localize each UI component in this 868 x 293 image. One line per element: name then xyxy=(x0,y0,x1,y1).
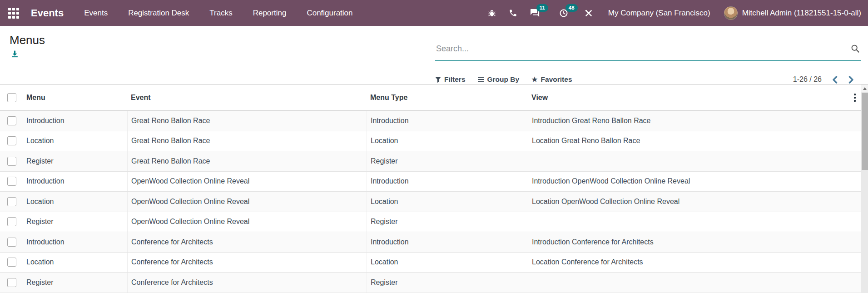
cell-event: OpenWood Collection Online Reveal xyxy=(127,172,367,192)
tools-icon[interactable] xyxy=(585,9,593,17)
row-checkbox[interactable] xyxy=(7,238,16,247)
row-check-cell xyxy=(0,131,22,151)
export-button[interactable] xyxy=(10,50,19,58)
messages-count-badge: 11 xyxy=(536,4,548,12)
page-title: Menus xyxy=(10,33,45,47)
cell-menu: Register xyxy=(22,212,127,232)
nav-item-tracks[interactable]: Tracks xyxy=(209,9,232,18)
table-row[interactable]: Introduction Great Reno Ballon Race Intr… xyxy=(0,111,868,131)
nav-item-events[interactable]: Events xyxy=(84,9,108,18)
select-all-checkbox[interactable] xyxy=(7,93,16,102)
cell-menu: Introduction xyxy=(22,232,127,252)
nav-item-configuration[interactable]: Configuration xyxy=(307,9,352,18)
optional-columns-kebab-icon[interactable] xyxy=(851,93,858,103)
cell-menu-type: Introduction xyxy=(367,232,528,252)
column-header-event[interactable]: Event xyxy=(127,84,367,110)
cell-event: Conference for Architects xyxy=(127,273,367,293)
row-checkbox[interactable] xyxy=(7,136,16,145)
pager-previous-button[interactable] xyxy=(832,76,838,84)
cell-menu-type: Location xyxy=(367,192,528,212)
phone-icon[interactable] xyxy=(509,9,517,17)
row-check-cell xyxy=(0,212,22,232)
top-navbar: Events Events Registration Desk Tracks R… xyxy=(0,0,868,26)
scrollbar-thumb[interactable] xyxy=(862,93,868,170)
table-row[interactable]: Location OpenWood Collection Online Reve… xyxy=(0,192,868,212)
row-checkbox[interactable] xyxy=(7,217,16,226)
cell-menu-type: Introduction xyxy=(367,172,528,192)
row-checkbox[interactable] xyxy=(7,157,16,166)
chevron-left-icon xyxy=(832,76,838,84)
nav-item-reporting[interactable]: Reporting xyxy=(253,9,287,18)
table-row[interactable]: Register Great Reno Ballon Race Register xyxy=(0,151,868,172)
events-menus-screen: Events Events Registration Desk Tracks R… xyxy=(0,0,868,293)
cell-menu: Register xyxy=(22,273,127,293)
column-header-view[interactable]: View xyxy=(528,84,848,110)
select-all-cell xyxy=(0,84,22,110)
list-header: Menu Event Menu Type View xyxy=(0,84,868,111)
cell-view: Introduction Great Reno Ballon Race xyxy=(528,111,848,131)
messages-icon[interactable]: 11 xyxy=(530,9,540,18)
group-by-label: Group By xyxy=(487,75,520,84)
row-check-cell xyxy=(0,151,22,171)
favorites-label: Favorites xyxy=(541,75,572,84)
row-checkbox[interactable] xyxy=(7,258,16,267)
row-checkbox[interactable] xyxy=(7,116,16,125)
list-body: Introduction Great Reno Ballon Race Intr… xyxy=(0,111,868,293)
cell-menu-type: Register xyxy=(367,273,528,293)
column-header-menu[interactable]: Menu xyxy=(22,84,127,110)
cell-event: OpenWood Collection Online Reveal xyxy=(127,212,367,232)
funnel-icon xyxy=(435,77,441,83)
table-row[interactable]: Location Great Reno Ballon Race Location… xyxy=(0,131,868,152)
row-check-cell xyxy=(0,253,22,273)
row-check-cell xyxy=(0,273,22,293)
cell-view: Introduction Conference for Architects xyxy=(528,232,848,252)
apps-menu-icon[interactable] xyxy=(7,7,20,20)
user-menu[interactable]: Mitchell Admin (11821551-15-0-all) xyxy=(742,9,861,18)
app-nav-menu: Events Registration Desk Tracks Reportin… xyxy=(84,9,352,18)
bug-icon[interactable] xyxy=(488,9,496,17)
user-avatar[interactable] xyxy=(724,6,738,20)
cell-menu-type: Introduction xyxy=(367,111,528,131)
cell-event: Conference for Architects xyxy=(127,253,367,273)
pager-next-button[interactable] xyxy=(848,76,854,84)
bars-icon xyxy=(478,77,484,82)
scroll-up-arrow-icon[interactable] xyxy=(861,84,868,92)
chevron-right-icon xyxy=(848,76,854,84)
cell-menu: Location xyxy=(22,253,127,273)
table-row[interactable]: Register Conference for Architects Regis… xyxy=(0,273,868,293)
star-icon: ★ xyxy=(531,76,537,83)
search-icon[interactable] xyxy=(851,44,860,53)
row-check-cell xyxy=(0,232,22,252)
row-checkbox[interactable] xyxy=(7,177,16,186)
row-checkbox[interactable] xyxy=(7,278,16,287)
search-input[interactable] xyxy=(435,44,851,54)
cell-event: Conference for Architects xyxy=(127,232,367,252)
activities-count-badge: 48 xyxy=(565,4,578,12)
activities-clock-icon[interactable]: 48 xyxy=(559,9,568,18)
app-brand[interactable]: Events xyxy=(31,7,64,19)
search-bar xyxy=(435,37,861,61)
vertical-scrollbar[interactable] xyxy=(861,84,868,293)
table-row[interactable]: Register OpenWood Collection Online Reve… xyxy=(0,212,868,233)
column-header-menu-type[interactable]: Menu Type xyxy=(367,84,528,110)
row-check-cell xyxy=(0,172,22,192)
filters-button[interactable]: Filters xyxy=(435,75,466,84)
nav-item-registration-desk[interactable]: Registration Desk xyxy=(128,9,189,18)
row-checkbox[interactable] xyxy=(7,197,16,206)
cell-menu-type: Register xyxy=(367,151,528,171)
table-row[interactable]: Introduction OpenWood Collection Online … xyxy=(0,172,868,192)
favorites-button[interactable]: ★ Favorites xyxy=(531,75,572,84)
cell-menu: Introduction xyxy=(22,172,127,192)
pager-range[interactable]: 1-26 / 26 xyxy=(793,75,822,84)
group-by-button[interactable]: Group By xyxy=(478,75,520,84)
cell-event: Great Reno Ballon Race xyxy=(127,151,367,171)
table-row[interactable]: Introduction Conference for Architects I… xyxy=(0,232,868,253)
filters-label: Filters xyxy=(444,75,466,84)
cell-view: Introduction OpenWood Collection Online … xyxy=(528,172,848,192)
menus-list-view: Menu Event Menu Type View Introduction G… xyxy=(0,84,868,293)
download-icon xyxy=(10,50,19,58)
cell-menu-type: Location xyxy=(367,131,528,151)
company-switcher[interactable]: My Company (San Francisco) xyxy=(608,9,710,18)
cell-event: Great Reno Ballon Race xyxy=(127,131,367,151)
table-row[interactable]: Location Conference for Architects Locat… xyxy=(0,253,868,273)
